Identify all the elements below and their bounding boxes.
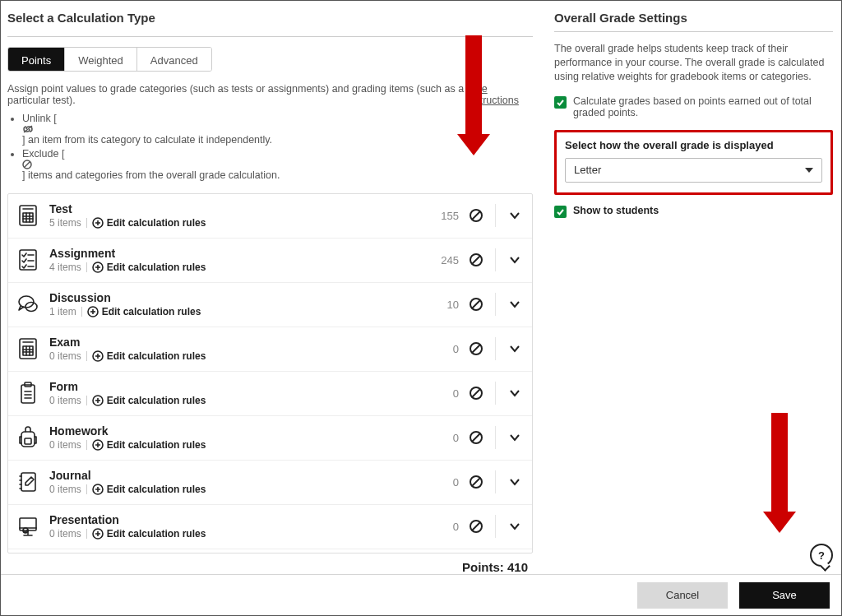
edit-calc-rules-link[interactable]: Edit calculation rules (92, 528, 206, 540)
exclude-button[interactable] (467, 340, 485, 358)
divider (86, 440, 87, 450)
plus-circle-icon (92, 528, 104, 540)
calc-type-tabs: Points Weighted Advanced (7, 47, 212, 72)
category-points: 10 (434, 299, 459, 311)
tab-advanced[interactable]: Advanced (137, 48, 211, 71)
divider (86, 262, 87, 272)
divider (7, 36, 533, 37)
svg-line-23 (472, 256, 480, 264)
display-select[interactable]: Letter (565, 158, 822, 183)
divider (86, 218, 87, 228)
category-row: Homework 0 items Edit calculation rules … (8, 416, 532, 461)
backpack-icon (16, 425, 39, 450)
exclude-button[interactable] (467, 428, 485, 447)
plus-circle-icon (92, 439, 104, 451)
category-row: Discussion 1 item Edit calculation rules… (8, 283, 532, 327)
category-points: 155 (434, 210, 459, 222)
edit-calc-rules-label: Edit calculation rules (107, 484, 206, 495)
category-name: Assignment (49, 247, 206, 260)
grid-icon (16, 203, 39, 228)
exclude-button[interactable] (467, 517, 485, 535)
bullet-exclude-post: ] items and categories from the overall … (22, 169, 280, 181)
plus-circle-icon (92, 217, 104, 229)
divider (495, 470, 496, 493)
expand-button[interactable] (506, 340, 524, 358)
category-row: Test 5 items Edit calculation rules 155 (8, 194, 532, 239)
tab-points[interactable]: Points (8, 48, 65, 71)
divider (554, 31, 833, 32)
svg-line-30 (472, 300, 480, 308)
divider (495, 382, 496, 405)
expand-button[interactable] (506, 384, 524, 402)
highlight-display-setting: Select how the overall grade is displaye… (554, 130, 833, 195)
svg-line-79 (472, 522, 480, 530)
category-points: 0 (434, 476, 459, 489)
exclude-button[interactable] (467, 384, 485, 402)
edit-calc-rules-link[interactable]: Edit calculation rules (92, 439, 206, 451)
category-row: Presentation 0 items Edit calculation ru… (8, 505, 532, 549)
expand-button[interactable] (506, 206, 524, 225)
category-item-count: 0 items (49, 395, 81, 406)
divider (495, 204, 496, 227)
edit-calc-rules-link[interactable]: Edit calculation rules (92, 262, 206, 273)
svg-rect-60 (21, 473, 35, 491)
display-select-value: Letter (574, 164, 601, 176)
expand-button[interactable] (506, 473, 524, 491)
svg-rect-54 (25, 438, 31, 444)
svg-marker-92 (805, 168, 813, 173)
svg-rect-32 (23, 346, 33, 355)
expand-button[interactable] (506, 251, 524, 269)
chk-points-based[interactable]: Calculate grades based on points earned … (554, 95, 833, 118)
left-title: Select a Calculation Type (7, 11, 533, 25)
edit-calc-rules-label: Edit calculation rules (107, 217, 206, 229)
hide-instructions-link[interactable]: Hide Instructions (466, 83, 533, 106)
category-item-count: 0 items (49, 439, 81, 451)
plus-circle-icon (87, 306, 99, 317)
chk-show-students[interactable]: Show to students (554, 205, 833, 218)
edit-calc-rules-link[interactable]: Edit calculation rules (92, 350, 206, 362)
expand-button[interactable] (506, 428, 524, 447)
category-points: 0 (434, 387, 459, 400)
checklist-icon (16, 248, 39, 272)
svg-line-52 (472, 389, 480, 397)
exclude-button[interactable] (467, 206, 485, 225)
edit-calc-rules-link[interactable]: Edit calculation rules (87, 306, 201, 317)
divider (86, 396, 87, 405)
expand-button[interactable] (506, 295, 524, 313)
cancel-button[interactable]: Cancel (637, 582, 728, 609)
divider (495, 515, 496, 538)
category-name: Form (49, 380, 206, 393)
help-button[interactable]: ? (810, 544, 833, 567)
tab-weighted[interactable]: Weighted (65, 48, 137, 71)
right-title: Overall Grade Settings (554, 11, 833, 25)
edit-calc-rules-link[interactable]: Edit calculation rules (92, 395, 206, 406)
save-button[interactable]: Save (739, 582, 830, 609)
chk-points-based-label: Calculate grades based on points earned … (573, 95, 833, 118)
caret-down-icon (805, 168, 813, 173)
exclude-button[interactable] (467, 295, 485, 313)
annotation-arrow-right (763, 413, 796, 533)
divider (81, 307, 82, 317)
svg-line-69 (472, 478, 480, 486)
divider (86, 351, 87, 361)
exclude-button[interactable] (467, 473, 485, 491)
edit-calc-rules-link[interactable]: Edit calculation rules (92, 484, 206, 495)
divider (495, 426, 496, 449)
chk-show-students-label: Show to students (573, 205, 659, 216)
expand-button[interactable] (506, 517, 524, 535)
plus-circle-icon (92, 484, 104, 495)
unlink-icon (22, 124, 533, 134)
overall-intro: The overall grade helps students keep tr… (554, 42, 833, 84)
exclude-button[interactable] (467, 251, 485, 269)
category-list: Test 5 items Edit calculation rules 155 … (7, 193, 533, 553)
category-item-count: 4 items (49, 262, 81, 273)
divider (86, 484, 87, 494)
edit-calc-rules-link[interactable]: Edit calculation rules (92, 217, 206, 229)
category-item-count: 5 items (49, 217, 81, 229)
category-row: Journal 0 items Edit calculation rules 0 (8, 461, 532, 505)
edit-calc-rules-label: Edit calculation rules (107, 395, 206, 406)
edit-calc-rules-label: Edit calculation rules (102, 306, 201, 317)
divider (86, 529, 87, 539)
checkbox-checked-icon (554, 96, 567, 109)
category-row: Assignment 4 items Edit calculation rule… (8, 239, 532, 283)
